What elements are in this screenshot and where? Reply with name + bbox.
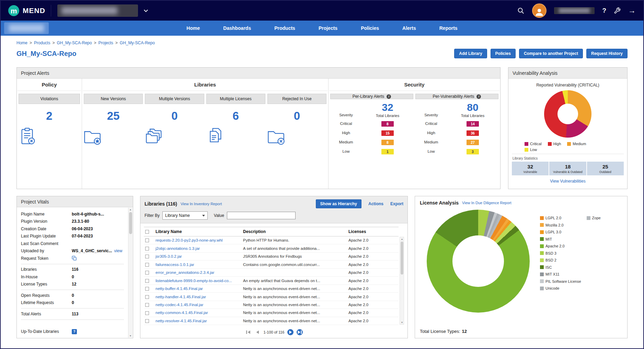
- filter-value-input[interactable]: [227, 212, 296, 219]
- scroll-up-arrow[interactable]: ▲: [128, 208, 133, 211]
- row-checkbox[interactable]: [145, 295, 149, 299]
- settings-wrench-icon[interactable]: [614, 7, 621, 14]
- nav-item[interactable]: Alerts: [391, 21, 428, 36]
- copy-icon[interactable]: [72, 256, 77, 261]
- nav-item[interactable]: Products: [263, 21, 307, 36]
- library-name-link[interactable]: failureaccess-1.0.1.jar: [156, 263, 194, 267]
- severity-count-badge[interactable]: 36: [467, 130, 479, 136]
- library-name-link[interactable]: requests-2.20.0-py2.py3-none-any.whl: [156, 238, 222, 242]
- help-icon[interactable]: ?: [602, 7, 606, 14]
- vitals-row-plugin-name: Plugin Namebolt-4-github-s...: [21, 210, 124, 218]
- library-name-link[interactable]: j2objc-annotations-1.3.jar: [156, 246, 200, 251]
- library-name-link[interactable]: netty-buffer-4.1.45.Final.jar: [156, 287, 203, 291]
- severity-count-badge[interactable]: 8: [381, 121, 394, 127]
- mend-logo[interactable]: m MEND: [8, 5, 45, 16]
- scroll-down-arrow[interactable]: ▼: [128, 335, 133, 337]
- row-checkbox[interactable]: [145, 319, 149, 323]
- library-name-link[interactable]: listenablefuture-9999.0-empty-to-avoid-c…: [156, 279, 232, 283]
- page-action-button[interactable]: Policies: [491, 49, 516, 58]
- actions-link[interactable]: Actions: [368, 201, 383, 206]
- severity-row: Critical 14: [415, 119, 498, 128]
- info-icon[interactable]: i: [387, 94, 391, 99]
- row-checkbox[interactable]: [145, 303, 149, 307]
- severity-count-badge[interactable]: 14: [467, 121, 479, 127]
- info-icon[interactable]: i: [476, 94, 481, 99]
- rejected-in-use-card[interactable]: 0: [266, 104, 327, 147]
- severity-count-badge[interactable]: 8: [381, 140, 394, 145]
- column-header-library-name[interactable]: Library Name: [154, 227, 242, 236]
- help-badge-icon[interactable]: ?: [72, 329, 77, 334]
- export-link[interactable]: Export: [390, 201, 403, 206]
- library-name-link[interactable]: netty-common-4.1.45.Final.jar: [156, 311, 208, 315]
- table-scrollbar[interactable]: ▲ ▼: [400, 237, 404, 325]
- page-action-button[interactable]: Request History: [586, 49, 628, 58]
- row-checkbox[interactable]: [145, 239, 149, 242]
- next-page-icon[interactable]: [287, 329, 294, 335]
- legend-label: PIL Software License: [545, 279, 581, 283]
- previous-page-icon[interactable]: [254, 329, 261, 335]
- policy-group-title: Policy: [18, 79, 81, 91]
- breadcrumb-link[interactable]: GH_My-SCA-Repo: [120, 40, 155, 45]
- multiple-licenses-card[interactable]: 6: [205, 104, 266, 147]
- library-name-link[interactable]: error_prone_annotations-2.3.4.jar: [156, 270, 214, 275]
- last-page-icon[interactable]: [297, 329, 303, 335]
- severity-count-badge[interactable]: 1: [381, 149, 394, 154]
- nav-item[interactable]: Home: [175, 21, 211, 36]
- user-avatar[interactable]: [532, 3, 547, 18]
- scroll-up-arrow[interactable]: ▲: [400, 238, 404, 240]
- row-checkbox[interactable]: [145, 311, 149, 315]
- first-page-icon[interactable]: [245, 329, 251, 335]
- nav-item[interactable]: Policies: [349, 21, 391, 36]
- page-action-button[interactable]: Add Library: [454, 49, 487, 58]
- view-inventory-report-link[interactable]: View In Inventory Report: [181, 202, 222, 206]
- violations-card[interactable]: 2: [18, 104, 81, 147]
- multiple-versions-card[interactable]: 0: [144, 104, 205, 147]
- page-action-button[interactable]: Compare to another Project: [519, 49, 583, 58]
- organization-selector[interactable]: [57, 4, 149, 17]
- library-name-link[interactable]: netty-handler-4.1.45.Final.jar: [156, 295, 206, 299]
- divider: [21, 319, 124, 320]
- legend-item: Zope: [587, 214, 601, 222]
- select-all-checkbox[interactable]: [145, 230, 149, 234]
- row-checkbox[interactable]: [145, 271, 149, 275]
- scroll-down-arrow[interactable]: ▼: [400, 321, 404, 324]
- severity-count-badge[interactable]: 15: [381, 130, 394, 136]
- row-checkbox[interactable]: [145, 247, 149, 251]
- row-checkbox[interactable]: [145, 279, 149, 283]
- show-as-hierarchy-button[interactable]: Show as Hierarchy: [316, 199, 361, 208]
- license-donut-chart: [427, 210, 530, 313]
- breadcrumb-link[interactable]: Projects: [98, 40, 113, 45]
- vitals-row-lifetime-requests: Lifetime Requests0: [21, 299, 124, 307]
- breadcrumb-link[interactable]: Home: [16, 40, 27, 45]
- view-vulnerabilities-link[interactable]: View Vulnerabilities: [508, 179, 627, 184]
- library-name-link[interactable]: jsr305-3.0.2.jar: [156, 254, 182, 258]
- logout-arrow-icon[interactable]: →: [628, 6, 636, 15]
- column-header-licenses[interactable]: Licenses: [347, 227, 399, 236]
- vitals-scrollbar[interactable]: ▲ ▼: [128, 208, 133, 338]
- filter-by-select[interactable]: Library Name: [162, 211, 208, 220]
- library-name-link[interactable]: netty-resolver-4.1.45.Final.jar: [156, 319, 207, 323]
- row-checkbox[interactable]: [145, 263, 149, 267]
- legend-item: Low: [525, 148, 537, 152]
- library-name-link[interactable]: netty-codec-4.1.45.Final.jar: [156, 303, 203, 307]
- new-versions-card[interactable]: 25: [83, 104, 144, 147]
- view-link[interactable]: view: [114, 248, 122, 253]
- page-actions: Add LibraryPoliciesCompare to another Pr…: [454, 49, 628, 58]
- nav-item[interactable]: Reports: [428, 21, 469, 36]
- brand-name: MEND: [23, 7, 45, 15]
- row-checkbox[interactable]: [145, 255, 149, 258]
- column-header-description[interactable]: Description: [242, 227, 347, 236]
- severity-count-badge[interactable]: 27: [467, 140, 479, 145]
- scrollbar-thumb[interactable]: [401, 242, 403, 275]
- severity-count-badge[interactable]: 3: [467, 149, 479, 154]
- search-icon[interactable]: [517, 7, 525, 14]
- row-checkbox[interactable]: [145, 287, 149, 291]
- scrollbar-thumb[interactable]: [129, 212, 132, 234]
- chevron-down-icon[interactable]: [143, 8, 149, 14]
- view-due-diligence-report-link[interactable]: View In Due Diligence Report: [462, 201, 511, 205]
- nav-item[interactable]: Projects: [307, 21, 349, 36]
- nav-item[interactable]: Dashboards: [211, 21, 263, 36]
- breadcrumb-link[interactable]: Products: [34, 40, 50, 45]
- breadcrumb-link[interactable]: GH_My-SCA-Repo: [57, 40, 92, 45]
- legend-item: BSD 3: [540, 250, 581, 257]
